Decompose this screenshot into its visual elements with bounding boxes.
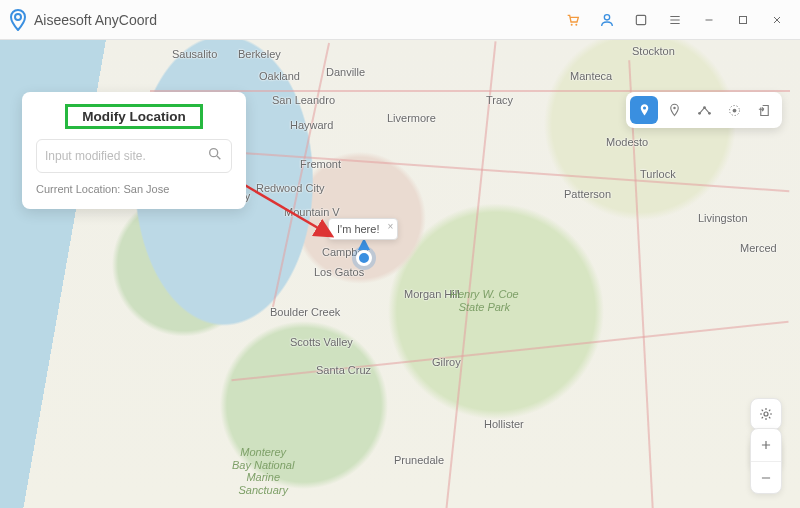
search-icon[interactable] — [207, 146, 223, 166]
svg-point-0 — [15, 14, 21, 20]
titlebar: Aiseesoft AnyCoord — [0, 0, 800, 40]
search-row — [36, 139, 232, 173]
svg-point-13 — [732, 108, 736, 112]
minimize-icon — [703, 14, 715, 26]
close-bubble-icon[interactable]: × — [388, 221, 394, 232]
window-icon — [634, 13, 648, 27]
minimize-button[interactable] — [694, 5, 724, 35]
location-search-input[interactable] — [45, 149, 207, 163]
close-button[interactable] — [762, 5, 792, 35]
svg-point-9 — [673, 106, 676, 109]
modify-location-panel: Modify Location Current Location: San Jo… — [22, 92, 246, 209]
app-title: Aiseesoft AnyCoord — [34, 12, 157, 28]
mode-toolbar — [626, 92, 782, 128]
map-settings-button[interactable] — [750, 398, 782, 430]
settings-icon — [758, 406, 774, 422]
svg-point-15 — [764, 412, 768, 416]
mode-modify-location[interactable] — [630, 96, 658, 124]
menu-button[interactable] — [660, 5, 690, 35]
here-bubble-text: I'm here! — [337, 223, 379, 235]
zoom-in-icon — [759, 438, 773, 452]
account-button[interactable] — [592, 5, 622, 35]
zoom-controls — [750, 428, 782, 494]
mode-one-stop[interactable] — [660, 96, 688, 124]
map-canvas[interactable]: Sausalito Berkeley Oakland Danville San … — [0, 40, 800, 508]
svg-point-1 — [571, 23, 573, 25]
pin-mode-icon — [637, 103, 652, 118]
menu-icon — [668, 13, 682, 27]
svg-rect-5 — [740, 16, 747, 23]
joystick-icon — [727, 103, 742, 118]
zoom-in-button[interactable] — [751, 429, 781, 461]
zoom-out-button[interactable] — [751, 461, 781, 493]
shop-button[interactable] — [558, 5, 588, 35]
cart-icon — [565, 12, 581, 28]
current-location-value: San Jose — [123, 183, 169, 195]
title-controls — [558, 5, 792, 35]
svg-point-3 — [604, 14, 609, 19]
pin-alt-icon — [667, 103, 682, 118]
svg-point-2 — [575, 23, 577, 25]
multi-stop-icon — [696, 103, 713, 118]
current-location-label: Current Location: — [36, 183, 120, 195]
close-icon — [771, 14, 783, 26]
location-pin[interactable] — [356, 250, 372, 266]
detach-button[interactable] — [626, 5, 656, 35]
mode-joystick[interactable] — [720, 96, 748, 124]
panel-title-highlight: Modify Location — [65, 104, 203, 129]
mode-multi-stop[interactable] — [690, 96, 718, 124]
maximize-icon — [737, 14, 749, 26]
svg-rect-4 — [636, 15, 645, 24]
svg-point-8 — [642, 106, 645, 109]
app-brand: Aiseesoft AnyCoord — [8, 9, 157, 31]
maximize-button[interactable] — [728, 5, 758, 35]
export-icon — [757, 103, 772, 118]
svg-point-7 — [210, 149, 218, 157]
user-icon — [599, 12, 615, 28]
mode-export[interactable] — [750, 96, 778, 124]
zoom-out-icon — [759, 471, 773, 485]
here-bubble[interactable]: I'm here! × — [328, 218, 398, 240]
current-location-line: Current Location: San Jose — [36, 183, 232, 195]
panel-title: Modify Location — [82, 109, 186, 124]
app-logo-icon — [8, 9, 28, 31]
